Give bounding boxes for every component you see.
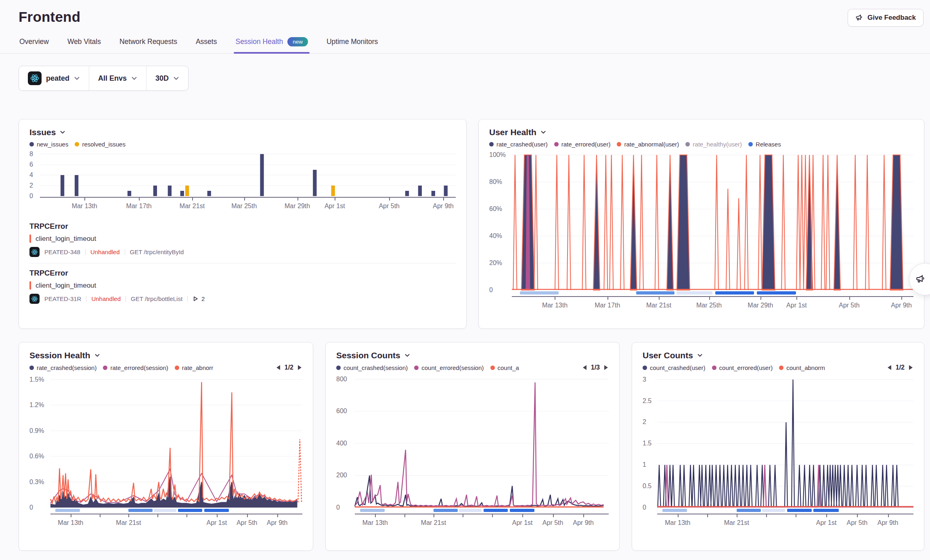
release-bar[interactable] (154, 509, 176, 512)
pager-prev-icon[interactable] (887, 365, 892, 370)
legend-item[interactable]: new_issues (29, 141, 68, 148)
tab-label: Network Requests (119, 38, 177, 46)
megaphone-icon (915, 274, 926, 284)
pager-label: 1/2 (285, 364, 293, 371)
legend-item[interactable]: rate_abnormal(user) (617, 141, 679, 148)
project-filter[interactable]: peated (19, 66, 89, 90)
release-bar[interactable] (520, 291, 559, 295)
issue-replay-count[interactable]: 2 (193, 295, 205, 302)
session-health-legend: rate_crashed(session)rate_errored(sessio… (29, 364, 272, 371)
chevron-down-icon (173, 75, 179, 81)
legend-item[interactable]: rate_healthy(user) (685, 141, 742, 148)
megaphone-icon (855, 14, 863, 22)
legend-pager: 1/3 (582, 364, 609, 371)
legend-dot (336, 366, 341, 370)
legend-dot (175, 366, 179, 370)
issue-row[interactable]: TRPCError client_login_timeout PEATED-34… (29, 217, 456, 263)
legend-dot (103, 366, 107, 370)
legend-item[interactable]: count_crashed(session) (336, 364, 408, 371)
legend-item[interactable]: count_errored(user) (712, 364, 773, 371)
release-bar[interactable] (178, 509, 202, 512)
chevron-down-icon (404, 353, 410, 358)
user-counts-chart[interactable]: 00.511.522.53Mar 13thMar 21stApr 1stApr … (643, 374, 913, 529)
issues-panel: Issues new_issuesresolved_issues 02468Ma… (19, 119, 467, 329)
legend-dot (490, 366, 495, 370)
legend-item[interactable]: count_crashed(user) (643, 364, 706, 371)
release-bar[interactable] (459, 509, 482, 512)
date-range-filter[interactable]: 30D (146, 66, 188, 90)
release-bar[interactable] (636, 291, 674, 295)
pager-label: 1/2 (896, 364, 905, 371)
release-bar[interactable] (787, 509, 812, 512)
session-health-panel: Session Health rate_crashed(session)rate… (19, 342, 313, 551)
pager-next-icon[interactable] (909, 365, 913, 370)
date-range-filter-value: 30D (155, 74, 169, 83)
user-health-panel: User Health rate_crashed(user)rate_error… (478, 119, 924, 329)
release-bar[interactable] (813, 509, 838, 512)
pager-next-icon[interactable] (604, 365, 609, 370)
release-bar[interactable] (757, 291, 796, 295)
environment-filter[interactable]: All Envs (89, 66, 146, 90)
session-health-panel-title[interactable]: Session Health (29, 351, 302, 360)
release-bar[interactable] (662, 509, 687, 512)
issue-row[interactable]: TRPCError client_login_timeout PEATED-31… (29, 263, 456, 310)
environment-filter-value: All Envs (98, 74, 127, 83)
release-bar[interactable] (677, 291, 713, 295)
legend-item[interactable]: rate_crashed(user) (489, 141, 548, 148)
issues-panel-title[interactable]: Issues (29, 127, 456, 137)
chevron-down-icon (60, 130, 65, 135)
tab-assets[interactable]: Assets (195, 35, 218, 53)
legend-item[interactable]: count_a (490, 364, 519, 371)
give-feedback-button[interactable]: Give Feedback (848, 9, 924, 27)
release-bar[interactable] (737, 509, 761, 512)
legend-dot (617, 142, 621, 146)
legend-item[interactable]: count_abnorm (779, 364, 825, 371)
chevron-down-icon (94, 353, 100, 358)
pager-next-icon[interactable] (297, 365, 302, 370)
release-bar[interactable] (434, 509, 458, 512)
user-counts-panel-title[interactable]: User Counts (643, 351, 913, 360)
legend-dot (779, 366, 783, 370)
release-bar[interactable] (128, 509, 152, 512)
issue-message: client_login_timeout (36, 235, 96, 243)
user-health-panel-title[interactable]: User Health (489, 127, 913, 137)
issue-unhandled-tag: Unhandled (91, 295, 121, 302)
divider (85, 249, 86, 255)
tab-label: Assets (196, 38, 217, 46)
legend-item[interactable]: rate_abnorr (175, 364, 214, 371)
tab-label: Overview (19, 38, 49, 46)
session-counts-panel: Session Counts count_crashed(session)cou… (325, 342, 620, 551)
legend-dot (29, 366, 34, 370)
tab-web-vitals[interactable]: Web Vitals (67, 35, 102, 53)
legend-item[interactable]: rate_errored(session) (103, 364, 168, 371)
release-bar[interactable] (484, 509, 508, 512)
tab-uptime-monitors[interactable]: Uptime Monitors (326, 35, 379, 53)
legend-item[interactable]: count_errored(session) (414, 364, 484, 371)
session-counts-chart[interactable]: 0200400600800Mar 13thMar 21stApr 1stApr … (336, 374, 609, 529)
tab-overview[interactable]: Overview (19, 35, 50, 53)
issues-chart[interactable]: 02468Mar 13thMar 17thMar 21stMar 25thMar… (29, 151, 456, 212)
tab-network-requests[interactable]: Network Requests (119, 35, 178, 53)
pager-prev-icon[interactable] (276, 365, 281, 370)
release-bar[interactable] (762, 509, 785, 512)
legend-item[interactable]: rate_crashed(session) (29, 364, 96, 371)
chevron-down-icon (697, 353, 703, 358)
legend-dot (414, 366, 419, 370)
legend-item[interactable]: rate_errored(user) (554, 141, 611, 148)
legend-item[interactable]: resolved_issues (75, 141, 126, 148)
pager-prev-icon[interactable] (582, 365, 587, 370)
release-bar[interactable] (360, 509, 385, 512)
release-bar[interactable] (204, 509, 229, 512)
divider (86, 296, 86, 302)
user-health-chart[interactable]: 020%40%60%80%100%Mar 13thMar 17thMar 21s… (489, 151, 913, 311)
tab-label: Session Health (235, 38, 283, 46)
release-bar[interactable] (510, 509, 535, 512)
user-counts-legend: count_crashed(user)count_errored(user)co… (643, 364, 883, 371)
session-health-chart[interactable]: 00.3%0.6%0.9%1.2%1.5%Mar 13thMar 21stApr… (29, 374, 302, 529)
session-counts-panel-title[interactable]: Session Counts (336, 351, 609, 360)
release-bar[interactable] (715, 291, 754, 295)
legend-item[interactable]: Releases (748, 141, 781, 148)
issue-level-bar (29, 281, 31, 290)
release-bar[interactable] (55, 509, 80, 512)
tab-session-health[interactable]: Session Healthnew (235, 35, 308, 53)
